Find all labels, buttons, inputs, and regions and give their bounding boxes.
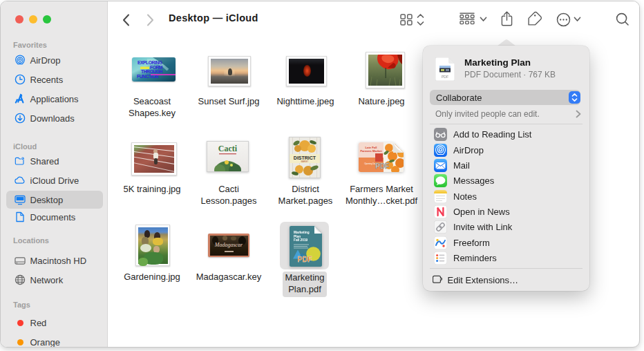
svg-text:MARKET: MARKET [301, 160, 309, 163]
svg-text:Fall 2019: Fall 2019 [294, 238, 308, 242]
svg-text:Farmers Market: Farmers Market [360, 149, 382, 153]
svg-text:Plan: Plan [294, 235, 301, 238]
svg-text:PDF: PDF [298, 255, 313, 263]
svg-text:Marketing: Marketing [294, 231, 310, 234]
svg-text:Cacti: Cacti [218, 144, 238, 153]
svg-text:DISTRICT: DISTRICT [294, 155, 316, 160]
svg-text:PDF: PDF [375, 162, 389, 170]
svg-text:PDF: PDF [442, 75, 448, 79]
